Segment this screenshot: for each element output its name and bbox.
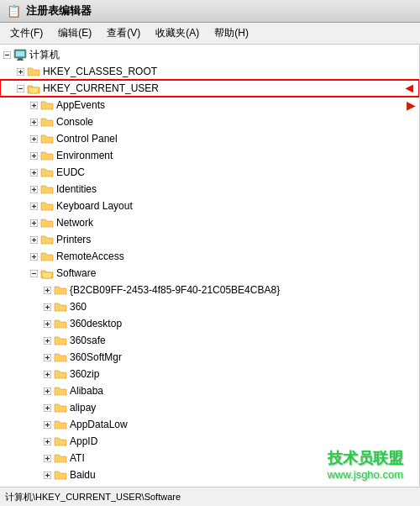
tree-expander[interactable] bbox=[40, 468, 54, 482]
tree-item-computer[interactable]: 计算机 bbox=[0, 46, 419, 63]
tree-item-network[interactable]: Network bbox=[0, 214, 419, 231]
tree-item-hkcu[interactable]: HKEY_CURRENT_USER◄ bbox=[0, 80, 419, 97]
folder-icon bbox=[54, 486, 67, 487]
tree-expander[interactable] bbox=[13, 65, 27, 78]
tree-expander[interactable] bbox=[40, 317, 54, 330]
folder-icon bbox=[54, 452, 67, 464]
tree-expander[interactable] bbox=[40, 367, 54, 381]
svg-rect-5 bbox=[17, 60, 24, 61]
title-bar: 📋 注册表编辑器 bbox=[0, 0, 420, 23]
tree-item-hkcr[interactable]: HKEY_CLASSES_ROOT bbox=[0, 63, 419, 80]
tree-item-keyboardlayout[interactable]: Keyboard Layout bbox=[0, 198, 419, 214]
folder-icon bbox=[40, 166, 54, 178]
tree-item-appid[interactable]: AppID bbox=[0, 433, 419, 450]
folder-icon bbox=[13, 49, 27, 61]
tree-expander[interactable] bbox=[27, 98, 40, 112]
folder-icon bbox=[54, 435, 67, 447]
tree-expander[interactable] bbox=[40, 283, 54, 297]
tree-item-printers[interactable]: Printers bbox=[0, 231, 419, 248]
tree-item-360safe[interactable]: 360safe bbox=[0, 332, 419, 349]
tree-expander[interactable] bbox=[27, 216, 40, 229]
folder-icon bbox=[40, 183, 54, 195]
tree-item-identities[interactable]: Identities bbox=[0, 181, 419, 198]
menu-favorites[interactable]: 收藏夹(A) bbox=[149, 24, 206, 42]
tree-pane[interactable]: 计算机 HKEY_CLASSES_ROOT HKEY_CURRENT_USER◄… bbox=[0, 45, 420, 487]
tree-item-b2cb[interactable]: {B2CB09FF-2453-4f85-9F40-21C05BE4CBA8} bbox=[0, 282, 419, 298]
tree-label: BugSplat bbox=[70, 486, 416, 487]
tree-item-environment[interactable]: Environment bbox=[0, 147, 419, 164]
main-layout: 计算机 HKEY_CLASSES_ROOT HKEY_CURRENT_USER◄… bbox=[0, 45, 420, 487]
tree-expander[interactable] bbox=[27, 250, 40, 263]
tree-expander[interactable] bbox=[40, 300, 54, 314]
tree-item-360zip[interactable]: 360zip bbox=[0, 366, 419, 382]
tree-expander[interactable] bbox=[27, 182, 40, 196]
tree-item-software[interactable]: Software bbox=[0, 265, 419, 282]
tree-item-appevents[interactable]: AppEvents▶ bbox=[0, 97, 419, 113]
tree-label: Identities bbox=[56, 183, 416, 195]
tree-item-baidu[interactable]: Baidu bbox=[0, 466, 419, 483]
folder-icon bbox=[40, 116, 54, 128]
tree-expander[interactable] bbox=[27, 233, 40, 246]
tree-item-bugsplat[interactable]: BugSplat bbox=[0, 483, 419, 487]
status-text: 计算机\HKEY_CURRENT_USER\Software bbox=[5, 491, 181, 503]
tree-expander[interactable] bbox=[0, 48, 13, 61]
tree-label: 360 bbox=[70, 301, 416, 313]
tree-item-console[interactable]: Console bbox=[0, 113, 419, 130]
tree-item-ati[interactable]: ATI bbox=[0, 450, 419, 466]
tree-expander[interactable] bbox=[40, 435, 54, 448]
menu-bar: 文件(F) 编辑(E) 查看(V) 收藏夹(A) 帮助(H) bbox=[0, 23, 420, 45]
tree-label: Alibaba bbox=[70, 385, 416, 397]
tree-expander[interactable] bbox=[13, 82, 27, 95]
tree-label: Keyboard Layout bbox=[56, 200, 416, 212]
tree-item-alibaba[interactable]: Alibaba bbox=[0, 382, 419, 399]
tree-item-remoteaccess[interactable]: RemoteAccess bbox=[0, 248, 419, 265]
tree-expander[interactable] bbox=[27, 115, 40, 129]
tree-label: AppID bbox=[70, 435, 416, 447]
tree-expander[interactable] bbox=[40, 401, 54, 414]
tree-expander[interactable] bbox=[40, 334, 54, 347]
folder-icon bbox=[54, 301, 67, 313]
tree-item-360softmgr[interactable]: 360SoftMgr bbox=[0, 349, 419, 366]
tree-label: Network bbox=[56, 217, 416, 229]
tree-label: RemoteAccess bbox=[56, 250, 416, 262]
folder-icon bbox=[54, 385, 67, 397]
tree-item-controlpanel[interactable]: Control Panel bbox=[0, 130, 419, 147]
folder-icon bbox=[27, 82, 40, 94]
folder-icon bbox=[40, 200, 54, 212]
folder-icon bbox=[54, 335, 67, 346]
tree-item-eudc[interactable]: EUDC bbox=[0, 164, 419, 181]
tree-label: AppEvents bbox=[56, 99, 381, 111]
tree-expander[interactable] bbox=[40, 351, 54, 364]
tree-item-appdatalow[interactable]: AppDataLow bbox=[0, 416, 419, 433]
tree-expander[interactable] bbox=[27, 199, 40, 213]
tree-label: 360zip bbox=[70, 368, 416, 380]
tree-label: 计算机 bbox=[29, 48, 416, 62]
tree-expander[interactable] bbox=[27, 166, 40, 179]
tree-label: 360safe bbox=[70, 335, 416, 346]
tree-expander[interactable] bbox=[27, 132, 40, 145]
tree-expander[interactable] bbox=[40, 384, 54, 398]
tree-expander[interactable] bbox=[40, 451, 54, 465]
folder-icon bbox=[40, 150, 54, 161]
folder-icon bbox=[40, 250, 54, 262]
menu-view[interactable]: 查看(V) bbox=[100, 24, 147, 42]
folder-icon bbox=[40, 99, 54, 111]
tree-label: alipay bbox=[70, 402, 416, 414]
tree-expander[interactable] bbox=[27, 266, 40, 280]
tree-label: {B2CB09FF-2453-4f85-9F40-21C05BE4CBA8} bbox=[70, 284, 416, 296]
tree-expander[interactable] bbox=[27, 149, 40, 162]
menu-file[interactable]: 文件(F) bbox=[3, 24, 50, 42]
tree-expander[interactable] bbox=[40, 485, 54, 487]
tree-label: 360SoftMgr bbox=[70, 351, 416, 363]
folder-icon bbox=[40, 234, 54, 245]
tree-expander[interactable] bbox=[40, 418, 54, 431]
tree-label: HKEY_CLASSES_ROOT bbox=[43, 66, 416, 77]
tree-item-360[interactable]: 360 bbox=[0, 298, 419, 315]
tree-label: HKEY_CURRENT_USER bbox=[43, 82, 399, 94]
menu-help[interactable]: 帮助(H) bbox=[207, 24, 255, 42]
tree-item-360desktop[interactable]: 360desktop bbox=[0, 315, 419, 332]
menu-edit[interactable]: 编辑(E) bbox=[51, 24, 98, 42]
tree-label: AppDataLow bbox=[70, 419, 416, 430]
tree-label: Software bbox=[56, 267, 416, 279]
tree-item-alipay[interactable]: alipay bbox=[0, 399, 419, 416]
